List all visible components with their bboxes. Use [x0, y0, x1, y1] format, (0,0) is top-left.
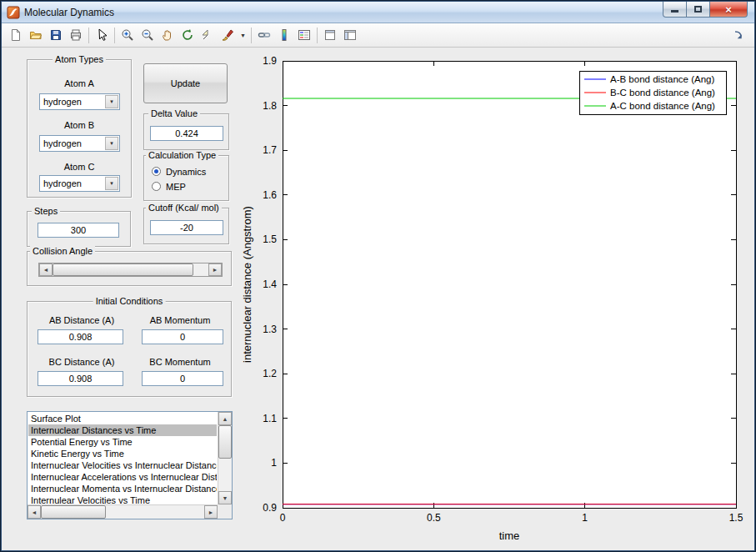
svg-text:0.5: 0.5: [427, 512, 441, 524]
print-figure-button[interactable]: [66, 26, 86, 45]
dynamics-radio[interactable]: [152, 167, 161, 176]
chevron-down-icon[interactable]: ▼: [105, 95, 118, 108]
show-plot-tools-button[interactable]: [340, 26, 360, 45]
insert-legend-button[interactable]: [294, 26, 314, 45]
data-cursor-button[interactable]: [198, 26, 218, 45]
cutoff-field[interactable]: [150, 220, 223, 235]
brush-options-dropdown[interactable]: ▼: [238, 26, 248, 45]
svg-text:1.3: 1.3: [263, 324, 277, 335]
steps-field[interactable]: [38, 223, 119, 238]
toolbar-separator: [251, 28, 252, 43]
atom-c-value: hydrogen: [43, 178, 82, 188]
svg-text:1.4: 1.4: [263, 279, 277, 290]
svg-text:1.5: 1.5: [263, 233, 277, 245]
minimize-button[interactable]: [663, 2, 687, 18]
close-button[interactable]: ×: [710, 2, 748, 18]
toolbar-separator: [114, 28, 115, 43]
scroll-left-icon[interactable]: ◄: [28, 505, 41, 519]
slider-thumb[interactable]: [53, 263, 193, 276]
open-file-button[interactable]: [26, 26, 46, 45]
list-item[interactable]: Internuclear Velocities vs Internuclear …: [28, 459, 217, 471]
zoom-in-button[interactable]: [118, 26, 138, 45]
cutoff-panel: Cutoff (Kcal/ mol): [143, 208, 229, 244]
svg-text:A-C bond distance (Ang): A-C bond distance (Ang): [610, 101, 715, 111]
svg-text:1.1: 1.1: [263, 413, 277, 424]
edit-plot-button[interactable]: [92, 26, 112, 45]
atom-types-panel: Atom Types Atom A hydrogen ▼ Atom B hydr…: [27, 59, 132, 198]
list-item[interactable]: Surface Plot: [28, 413, 217, 424]
chevron-down-icon[interactable]: ▼: [105, 137, 118, 150]
chevron-down-icon[interactable]: ▼: [105, 177, 118, 190]
insert-colorbar-button[interactable]: [274, 26, 294, 45]
ab-distance-label: AB Distance (A): [28, 315, 136, 325]
plot-type-list-items: Surface PlotInternuclear Distances vs Ti…: [28, 413, 217, 504]
svg-text:1.8: 1.8: [263, 100, 277, 112]
cursor-arrow-icon: [95, 28, 108, 42]
bc-momentum-field[interactable]: [142, 371, 223, 386]
update-button[interactable]: Update: [143, 63, 228, 103]
new-figure-button[interactable]: [6, 26, 26, 45]
save-figure-button[interactable]: [46, 26, 66, 45]
list-item[interactable]: Potential Energy vs Time: [28, 436, 217, 448]
svg-text:1.7: 1.7: [263, 144, 277, 156]
zoom-out-button[interactable]: [138, 26, 158, 45]
svg-text:B-C bond distance (Ang): B-C bond distance (Ang): [610, 88, 715, 98]
slider-right-arrow-icon[interactable]: ►: [208, 263, 222, 276]
hide-plot-tools-button[interactable]: [320, 26, 340, 45]
steps-label: Steps: [32, 206, 60, 216]
listbox-horizontal-scrollbar[interactable]: ◄ ►: [28, 504, 218, 519]
titlebar[interactable]: Molecular Dynamics ×: [2, 2, 754, 23]
atom-c-label: Atom C: [28, 162, 131, 172]
horizontal-scroll-thumb[interactable]: [41, 505, 106, 519]
list-item[interactable]: Kinetic Energy vs Time: [28, 448, 217, 459]
scroll-up-icon[interactable]: ▲: [218, 412, 232, 425]
pan-button[interactable]: [158, 26, 178, 45]
list-item[interactable]: Internuclear Distances vs Time: [28, 424, 217, 436]
delta-value-label: Delta Value: [148, 108, 200, 118]
vertical-scroll-thumb[interactable]: [218, 425, 232, 459]
zoom-in-icon: [121, 28, 134, 42]
matlab-figure-icon: [7, 6, 20, 19]
mep-radio-label: MEP: [166, 182, 186, 192]
ab-momentum-field[interactable]: [142, 329, 223, 344]
brush-data-button[interactable]: [218, 26, 238, 45]
scroll-down-icon[interactable]: ▼: [218, 491, 232, 504]
link-plot-button[interactable]: [254, 26, 274, 45]
plot-type-listbox[interactable]: Surface PlotInternuclear Distances vs Ti…: [27, 411, 233, 519]
slider-left-arrow-icon[interactable]: ◄: [39, 263, 53, 276]
data-cursor-icon: [201, 28, 214, 42]
dock-figure-button[interactable]: [728, 26, 748, 45]
list-item[interactable]: Internulear Velocities vs Time: [28, 494, 217, 504]
svg-text:0.9: 0.9: [263, 502, 277, 514]
mep-radio[interactable]: [152, 182, 161, 191]
window-controls: ×: [663, 2, 748, 18]
bc-distance-field[interactable]: [38, 371, 123, 386]
ab-momentum-label: AB Momentum: [131, 315, 229, 325]
list-item[interactable]: Internuclear Accelerations vs Internucle…: [28, 471, 217, 483]
listbox-vertical-scrollbar[interactable]: ▲ ▼: [218, 412, 232, 504]
atom-a-value: hydrogen: [43, 97, 82, 107]
atom-a-dropdown[interactable]: hydrogen ▼: [39, 93, 120, 110]
initial-conditions-panel: Initial Conditions AB Distance (A) AB Mo…: [27, 301, 232, 397]
collision-angle-label: Collision Angle: [30, 246, 95, 256]
initial-conditions-label: Initial Conditions: [93, 296, 166, 306]
scrollbar-corner: [218, 504, 232, 519]
svg-text:1.2: 1.2: [263, 368, 277, 379]
rotate-3d-button[interactable]: [178, 26, 198, 45]
delta-value-field[interactable]: [150, 126, 223, 141]
ab-distance-field[interactable]: [38, 329, 123, 344]
svg-text:A-B bond distance (Ang): A-B bond distance (Ang): [610, 74, 714, 84]
toolbar-separator: [88, 28, 89, 43]
maximize-button[interactable]: [687, 2, 710, 18]
scroll-right-icon[interactable]: ►: [204, 505, 218, 519]
atom-c-dropdown[interactable]: hydrogen ▼: [39, 175, 120, 192]
show-plot-tools-icon: [343, 28, 357, 42]
save-icon: [49, 28, 63, 42]
new-document-icon: [9, 28, 23, 42]
atom-b-value: hydrogen: [43, 138, 82, 148]
atom-b-dropdown[interactable]: hydrogen ▼: [39, 135, 120, 152]
minimize-icon: [671, 10, 678, 13]
list-item[interactable]: Internuclear Momenta vs Internuclear Dis…: [28, 483, 217, 494]
plot-axes[interactable]: 00.511.50.911.11.21.31.41.51.61.71.81.9t…: [239, 48, 756, 550]
collision-angle-slider[interactable]: ◄ ►: [38, 263, 223, 277]
